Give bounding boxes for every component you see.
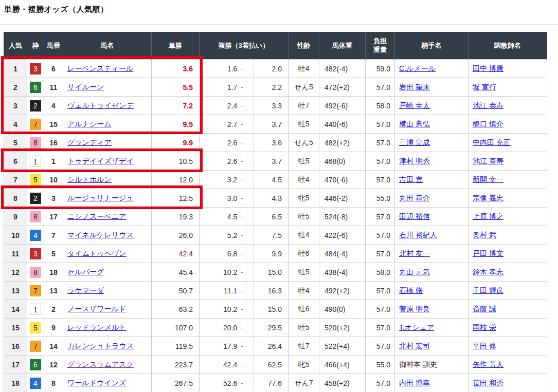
jockey-name-link[interactable]: 津村 明秀 [399,157,430,165]
jockey-name-link[interactable]: C.ルメール [399,64,436,72]
horse-name-link[interactable]: ニシノスーベニア [67,212,126,220]
trainer-name-link[interactable]: 笹田 和秀 [473,379,503,387]
range-dash: - [241,194,243,202]
jockey-name-link[interactable]: 戸崎 圭太 [399,101,430,109]
range-dash: - [241,268,243,276]
jockey-cell: 戸崎 圭太 [395,97,469,115]
horse-name-link[interactable]: ラケマーダ [67,286,104,294]
carried-weight-cell: 57.0 [366,171,395,189]
place-odds-low-cell: 5.2- [200,226,246,245]
trainer-name-link[interactable]: 新開 幸一 [473,175,503,183]
trainer-name-link[interactable]: 奥村 武 [473,231,496,239]
horse-name-link[interactable]: サイルーン [67,83,104,91]
win-odds-cell: 63.2 [152,300,200,319]
horse-name-cell: トゥデイイズザデイ [63,152,152,171]
trainer-name-link[interactable]: 斎藤 誠 [473,305,496,313]
horse-weight-cell: 438(-4) [319,263,366,282]
trainer-name-link[interactable]: 鈴木 孝志 [473,268,503,276]
place-odds-low-cell: 17.9- [200,337,246,356]
col-header-place: 複勝（3着払い） [200,32,289,60]
carried-weight-cell: 57.0 [366,300,395,319]
trainer-name-link[interactable]: 橋口 慎介 [473,120,503,128]
horse-name-link[interactable]: レッドランメルト [67,323,127,331]
trainer-name-link[interactable]: 池江 泰寿 [473,157,503,165]
horse-name-link[interactable]: カレンシュトラウス [67,342,134,350]
horse-name-cell: サイルーン [63,78,152,97]
frame-cell: 7 [27,282,44,300]
trainer-name-link[interactable]: 国枝 栄 [473,323,496,331]
trainer-name-link[interactable]: 千田 輝彦 [473,286,503,294]
place-odds-high-cell: 9.9 [254,245,289,263]
jockey-name-link[interactable]: 内田 博幸 [399,379,430,387]
jockey-name-link[interactable]: 横山 典弘 [399,120,430,128]
rank-cell: 12 [4,263,27,282]
trainer-name-link[interactable]: 中内田 充正 [473,138,511,146]
jockey-name-link[interactable]: 石橋 脩 [399,286,423,294]
horse-name-link[interactable]: ヴェルトライゼンデ [67,101,134,109]
trainer-name-link[interactable]: 田中 博康 [473,64,503,72]
horse-name-link[interactable]: マイネルケレリウス [67,231,134,239]
jockey-name-link[interactable]: 三浦 皇成 [399,138,430,146]
horse-name-link[interactable]: ルージュリナージュ [67,194,133,202]
place-odds-separator-cell [246,189,254,208]
rank-cell: 7 [4,171,27,189]
range-dash: - [241,213,243,221]
horse-name-link[interactable]: セルバーグ [67,268,104,276]
trainer-name-link[interactable]: 堀 宣行 [473,83,496,91]
jockey-name-link[interactable]: 吉田 豊 [399,175,423,183]
rank-cell: 14 [4,300,27,319]
place-odds-high-cell: 2.2 [254,78,289,97]
jockey-name-link[interactable]: 北村 友一 [399,249,430,257]
jockey-name-link[interactable]: 北村 宏司 [399,342,430,350]
trainer-name-link[interactable]: 池江 泰寿 [473,101,503,109]
trainer-name-link[interactable]: 宗像 義忠 [473,194,503,202]
jockey-name-link[interactable]: 丸山 元気 [399,268,430,276]
horse-name-link[interactable]: グランディア [67,138,112,146]
table-header-row: 人気 枠 馬番 馬名 単勝 複勝（3着払い） 性齢 馬体重 負担重量 騎手名 調… [4,32,547,60]
trainer-cell: 奥村 武 [469,226,547,245]
horse-number-cell: 13 [44,282,63,300]
horse-weight-cell: 520(+2) [319,319,366,337]
horse-name-cell: レッドランメルト [63,319,152,337]
win-odds-cell: 50.7 [152,282,200,300]
frame-cell: 1 [27,300,44,319]
table-row: 1559レッドランメルト107.020.0-29.5牡5520(+2)57.0T… [4,319,547,337]
trainer-cell: 橋口 慎介 [469,115,547,134]
range-dash: - [241,157,243,165]
horse-name-link[interactable]: ノースザワールド [67,305,126,313]
jockey-name-link[interactable]: 岩田 望来 [399,83,430,91]
jockey-name-link[interactable]: 石川 裕紀人 [399,231,437,239]
trainer-cell: 田中 博康 [469,60,547,78]
jockey-name-link[interactable]: 菅原 明良 [399,305,430,313]
place-odds-separator-cell [246,245,254,263]
trainer-name-link[interactable]: 矢作 芳人 [473,360,503,368]
place-odds-separator-cell [246,263,254,282]
place-odds-separator-cell [246,134,254,152]
frame-cell: 3 [27,245,44,263]
trainer-name-link[interactable]: 上原 博之 [473,212,503,220]
horse-name-link[interactable]: アルナシーム [67,120,112,128]
horse-number-cell: 14 [44,337,63,356]
horse-name-link[interactable]: トゥデイイズザデイ [67,157,134,165]
jockey-name-link[interactable]: 丸田 恭介 [399,194,430,202]
horse-name-link[interactable]: グランスラムアスク [67,360,134,368]
jockey-name-link[interactable]: T.オシェア [399,323,434,331]
place-low-value: 3.0 [227,194,237,202]
table-row: 611トゥデイイズザデイ10.52.6-3.7牡5468(0)57.0津村 明秀… [4,152,547,171]
horse-name-link[interactable]: タイムトゥヘヴン [67,249,127,257]
frame-cell: 7 [27,337,44,356]
range-dash: - [241,250,243,258]
frame-badge: 2 [30,193,41,204]
trainer-name-link[interactable]: 戸田 博文 [473,249,503,257]
carried-weight-cell: 57.0 [366,152,395,171]
horse-name-link[interactable]: シルトホルン [67,175,112,183]
table-row: 4715アルナシーム9.52.7-3.7牡5440(-6)57.0横山 典弘橋口… [4,115,547,134]
trainer-name-link[interactable]: 平田 修 [473,342,496,350]
jockey-cell: C.ルメール [395,60,469,78]
place-low-value: 4.5 [227,213,237,221]
horse-name-link[interactable]: ワールドウインズ [67,379,126,387]
horse-name-link[interactable]: レーベンスティール [67,64,133,72]
place-odds-separator-cell [246,115,254,134]
jockey-name-link[interactable]: 田辺 裕信 [399,212,430,220]
frame-badge: 2 [30,100,41,111]
